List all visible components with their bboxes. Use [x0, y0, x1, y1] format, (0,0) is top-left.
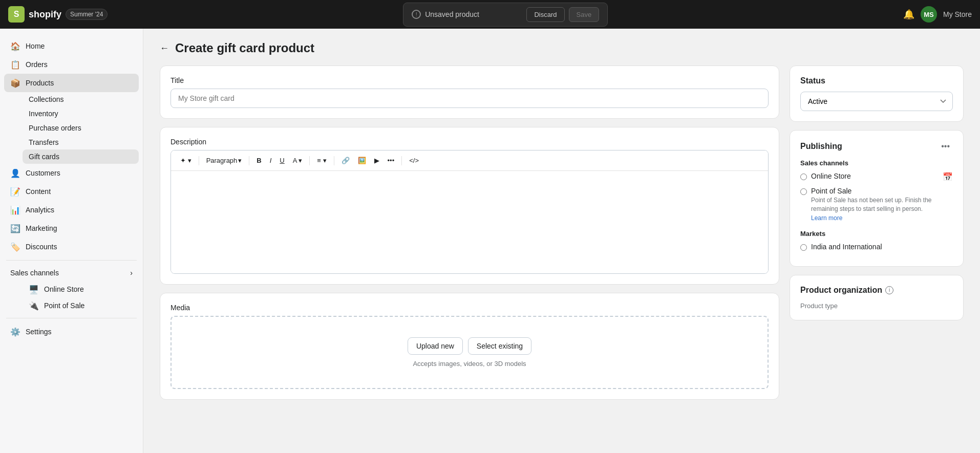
toolbar-link-btn[interactable]: 🔗	[338, 155, 353, 166]
sidebar-item-marketing[interactable]: 🔄 Marketing	[4, 219, 139, 238]
sidebar-purchase-orders-label: Purchase orders	[29, 124, 81, 132]
sidebar-item-products[interactable]: 📦 Products	[4, 74, 139, 92]
sidebar: 🏠 Home 📋 Orders 📦 Products Collections I…	[0, 29, 143, 453]
sidebar-item-content[interactable]: 📝 Content	[4, 182, 139, 201]
sidebar-discounts-label: Discounts	[26, 243, 57, 251]
sidebar-marketing-label: Marketing	[26, 224, 57, 232]
page-header: ← Create gift card product	[160, 41, 964, 55]
sidebar-transfers-label: Transfers	[29, 138, 59, 146]
discard-button[interactable]: Discard	[526, 7, 564, 22]
toolbar-italic-btn[interactable]: I	[267, 155, 275, 166]
sidebar-pos-label: Point of Sale	[44, 301, 84, 310]
left-column: Title Description ✦ ▾ Paragraph ▾	[160, 66, 779, 408]
sales-channels-label: Sales channels	[800, 159, 953, 167]
toolbar-underline-btn[interactable]: U	[276, 155, 287, 166]
sidebar-orders-label: Orders	[26, 60, 48, 69]
sidebar-item-customers[interactable]: 👤 Customers	[4, 164, 139, 182]
toolbar-sep-2	[249, 156, 249, 165]
sidebar-item-orders[interactable]: 📋 Orders	[4, 55, 139, 74]
sidebar-collections-label: Collections	[29, 95, 63, 103]
unsaved-left: ! Unsaved product	[412, 10, 479, 19]
sidebar-item-gift-cards[interactable]: Gift cards	[23, 149, 139, 164]
sidebar-item-settings[interactable]: ⚙️ Settings	[4, 322, 139, 341]
save-button[interactable]: Save	[569, 7, 600, 22]
media-hint: Accepts images, videos, or 3D models	[182, 360, 757, 368]
sidebar-inventory-label: Inventory	[29, 110, 58, 118]
top-navigation: S shopify Summer '24 ! Unsaved product D…	[0, 0, 980, 29]
select-existing-button[interactable]: Select existing	[468, 337, 531, 355]
product-org-header: Product organization i	[800, 286, 953, 295]
toolbar-magic-btn[interactable]: ✦ ▾	[177, 155, 195, 166]
sidebar-item-transfers[interactable]: Transfers	[23, 135, 139, 149]
sidebar-home-label: Home	[26, 42, 45, 50]
shopify-wordmark: shopify	[29, 9, 61, 20]
title-input[interactable]	[171, 89, 769, 108]
summer-badge: Summer '24	[66, 9, 108, 20]
toolbar-code-btn[interactable]: </>	[406, 155, 422, 166]
india-international-channel: India and International	[800, 243, 953, 251]
main-nav-section: 🏠 Home 📋 Orders 📦 Products Collections I…	[4, 37, 139, 256]
online-store-channel: Online Store 📅	[800, 172, 953, 182]
toolbar-bold-btn[interactable]: B	[253, 155, 264, 166]
title-label: Title	[171, 76, 769, 84]
online-store-info: Online Store	[811, 172, 939, 180]
toolbar-sep-3	[309, 156, 310, 165]
sidebar-products-label: Products	[26, 79, 54, 87]
status-select[interactable]: Active Draft	[800, 92, 953, 111]
sidebar-item-online-store[interactable]: 🖥️ Online Store	[23, 281, 139, 297]
sales-channels-group[interactable]: Sales channels ›	[4, 265, 139, 281]
right-column: Status Active Draft Publishing ••• Sales…	[790, 66, 964, 320]
product-org-info-icon[interactable]: i	[885, 286, 893, 294]
online-store-actions: 📅	[943, 172, 953, 182]
discounts-icon: 🏷️	[10, 242, 20, 252]
toolbar-paragraph-btn[interactable]: Paragraph ▾	[203, 155, 245, 166]
topnav-right: 🔔 MS My Store	[903, 6, 972, 23]
sidebar-item-discounts[interactable]: 🏷️ Discounts	[4, 238, 139, 256]
pos-name: Point of Sale	[811, 187, 851, 195]
marketing-icon: 🔄	[10, 223, 20, 233]
sidebar-item-collections[interactable]: Collections	[23, 92, 139, 106]
products-submenu: Collections Inventory Purchase orders Tr…	[4, 92, 139, 164]
sidebar-item-analytics[interactable]: 📊 Analytics	[4, 201, 139, 219]
online-store-radio[interactable]	[800, 174, 807, 180]
sidebar-item-inventory[interactable]: Inventory	[23, 106, 139, 121]
product-type-label: Product type	[800, 302, 953, 310]
toolbar-color-btn[interactable]: A ▾	[290, 155, 306, 166]
publishing-more-button[interactable]: •••	[938, 141, 953, 152]
toolbar-more-btn[interactable]: •••	[385, 155, 398, 166]
products-icon: 📦	[10, 78, 20, 88]
upload-new-button[interactable]: Upload new	[408, 337, 463, 355]
pos-channel: Point of Sale Point of Sale has not been…	[800, 187, 953, 222]
india-international-name: India and International	[811, 243, 882, 251]
back-button[interactable]: ←	[160, 43, 169, 54]
content-icon: 📝	[10, 186, 20, 197]
india-international-radio[interactable]	[800, 244, 807, 251]
publishing-card: Publishing ••• Sales channels Online Sto…	[790, 130, 964, 267]
toolbar-sep-5	[401, 156, 402, 165]
pos-info: Point of Sale Point of Sale has not been…	[811, 187, 953, 222]
toolbar-video-btn[interactable]: ▶	[371, 155, 382, 166]
online-store-name: Online Store	[811, 172, 851, 180]
title-card: Title	[160, 66, 779, 119]
sidebar-item-point-of-sale[interactable]: 🔌 Point of Sale	[23, 297, 139, 314]
sidebar-online-store-label: Online Store	[44, 285, 84, 293]
learn-more-link[interactable]: Learn more	[811, 214, 842, 222]
settings-icon: ⚙️	[10, 327, 20, 337]
calendar-icon[interactable]: 📅	[943, 172, 953, 182]
status-card: Status Active Draft	[790, 66, 964, 122]
notifications-icon[interactable]: 🔔	[903, 9, 914, 20]
sales-channels-submenu: 🖥️ Online Store 🔌 Point of Sale	[4, 281, 139, 314]
pos-radio[interactable]	[800, 188, 807, 195]
editor-toolbar: ✦ ▾ Paragraph ▾ B I U A ▾ ≡ ▾	[171, 150, 768, 171]
description-card: Description ✦ ▾ Paragraph ▾ B I U	[160, 127, 779, 285]
shopify-logo-icon: S	[8, 6, 25, 23]
sidebar-customers-label: Customers	[26, 169, 60, 177]
toolbar-align-btn[interactable]: ≡ ▾	[314, 155, 329, 166]
orders-icon: 📋	[10, 59, 20, 70]
sidebar-gift-cards-label: Gift cards	[29, 153, 59, 161]
description-editor-body[interactable]	[171, 171, 768, 273]
sidebar-item-home[interactable]: 🏠 Home	[4, 37, 139, 55]
sidebar-item-purchase-orders[interactable]: Purchase orders	[23, 121, 139, 135]
publishing-header: Publishing •••	[800, 141, 953, 152]
toolbar-image-btn[interactable]: 🖼️	[355, 155, 369, 166]
